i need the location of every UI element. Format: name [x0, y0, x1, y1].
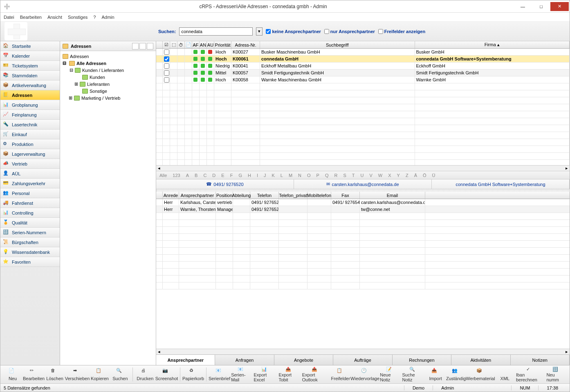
- tb-exportexcel[interactable]: 📊Export Excel: [253, 366, 277, 383]
- grid-header-cell[interactable]: Suchbegriff: [260, 41, 415, 48]
- grid-header-cell[interactable]: ☑: [163, 41, 170, 48]
- alpha-U[interactable]: U: [361, 173, 364, 178]
- nav-artikelverwaltung[interactable]: 📦Artikelverwaltung: [0, 81, 60, 90]
- alpha-X[interactable]: X: [388, 173, 391, 178]
- tb-screenshot[interactable]: 📷Screenshot: [156, 366, 177, 383]
- nav-al[interactable]: 👤AÜL: [0, 169, 60, 179]
- nav-grobplanung[interactable]: 📊Grobplanung: [0, 100, 60, 110]
- alpha-Alle[interactable]: Alle: [159, 173, 167, 178]
- contacts-header-cell[interactable]: Telefon_privat: [279, 192, 307, 199]
- contacts-header-cell[interactable]: Abteilung: [233, 192, 250, 199]
- tb-zustndig[interactable]: 👥Zuständig: [446, 366, 466, 383]
- alpha-H[interactable]: H: [248, 173, 251, 178]
- alpha-Q[interactable]: Q: [325, 173, 329, 178]
- tab-aktivitäten[interactable]: Aktivitäten: [451, 355, 510, 365]
- menu-ansicht[interactable]: Ansicht: [47, 15, 62, 20]
- tb-verschieben[interactable]: ➡Verschieben: [65, 366, 89, 383]
- tb-xml[interactable]: XML: [495, 366, 515, 383]
- nav-qualitt[interactable]: 🏅Qualität: [0, 218, 60, 228]
- tree-tool-1[interactable]: [132, 43, 139, 49]
- tree-tool-3[interactable]: [147, 43, 153, 49]
- info-email[interactable]: ✉carsten.karlshaus@connedata.de: [294, 179, 432, 189]
- tb-lschen[interactable]: 🗑Löschen: [45, 366, 65, 383]
- alpha-Y[interactable]: Y: [397, 173, 400, 178]
- tb-wiedervorlage[interactable]: 🕐Wiedervorlage: [351, 366, 379, 383]
- menu-help[interactable]: ?: [93, 15, 96, 20]
- minimize-button[interactable]: —: [514, 2, 532, 11]
- tb-suchenotiz[interactable]: 🔍Suche Notiz: [402, 366, 425, 383]
- nav-lasertechnik[interactable]: 🔦Lasertechnik: [0, 120, 60, 130]
- contacts-header-cell[interactable]: Mobiltelefon: [307, 192, 331, 199]
- alpha-V[interactable]: V: [370, 173, 373, 178]
- alpha-A[interactable]: A: [186, 173, 189, 178]
- tab-ansprechpartner[interactable]: Ansprechpartner: [156, 355, 215, 365]
- alpha-B[interactable]: B: [195, 173, 197, 178]
- tree-kunden[interactable]: Kunden: [63, 74, 153, 81]
- grid-header-cell[interactable]: AU: [207, 41, 214, 48]
- tb-freifelder[interactable]: 📋Freifelder: [331, 366, 350, 383]
- alpha-D[interactable]: D: [212, 173, 215, 178]
- alpha-G[interactable]: G: [238, 173, 242, 178]
- alpha-123[interactable]: 123: [173, 173, 180, 178]
- alpha-P[interactable]: P: [316, 173, 319, 178]
- tab-angebote[interactable]: Angebote: [274, 355, 333, 365]
- tb-serienbrief[interactable]: 📧Serienbrief: [209, 366, 230, 383]
- alpha-O[interactable]: O: [307, 173, 311, 178]
- tb-exporttobit[interactable]: 📤Export Tobit: [278, 366, 301, 383]
- alpha-J[interactable]: J: [264, 173, 266, 178]
- alpha-C[interactable]: C: [203, 173, 206, 178]
- contact-row[interactable]: HerrKarlshaus, Carstenvertrieb0491/ 9276…: [156, 199, 570, 206]
- tree-root[interactable]: Adressen: [63, 53, 153, 60]
- tb-neuenotiz[interactable]: 📝Neue Notiz: [379, 366, 401, 383]
- grid-header-cell[interactable]: Adress-Nr.: [231, 41, 260, 48]
- contact-row[interactable]: HerrWarnke, ThorstenManager0491/ 9276520…: [156, 206, 570, 213]
- nav-wissensdatenbank[interactable]: 💡Wissensdatenbank: [0, 247, 60, 257]
- nav-fahrdienst[interactable]: 🚚Fahrdienst: [0, 198, 60, 208]
- contacts-header-cell[interactable]: Email: [360, 192, 425, 199]
- alpha-I[interactable]: I: [257, 173, 258, 178]
- contacts-hscroll[interactable]: ◂▸: [156, 349, 570, 354]
- contacts-header-cell[interactable]: Position: [216, 192, 233, 199]
- tree-marketing[interactable]: ⊞ Marketing / Vertrieb: [63, 94, 153, 101]
- search-input[interactable]: [179, 27, 253, 36]
- chk-nur-ansprechpartner[interactable]: nur Ansprechpartner: [324, 29, 375, 34]
- tree-lieferanten[interactable]: ⊞ Lieferanten: [63, 81, 153, 87]
- nav-favoriten[interactable]: ⭐Favoriten: [0, 257, 60, 267]
- alpha-E[interactable]: E: [221, 173, 224, 178]
- menu-admin[interactable]: Admin: [101, 15, 114, 20]
- nav-stammdaten[interactable]: 📚Stammdaten: [0, 71, 60, 81]
- tb-serienmail[interactable]: 📧Serien-Mail: [231, 366, 252, 383]
- nav-kalender[interactable]: 📅Kalender: [0, 51, 60, 61]
- alpha-K[interactable]: K: [272, 173, 274, 178]
- search-dropdown-button[interactable]: ▾: [256, 27, 263, 36]
- grid-header-cell[interactable]: AN: [200, 41, 207, 48]
- chk-keine-ansprechpartner[interactable]: keine Ansprechpartner: [266, 29, 321, 34]
- tb-suchen[interactable]: 🔍Suchen: [110, 366, 130, 383]
- alpha-N[interactable]: N: [298, 173, 301, 178]
- maximize-button[interactable]: □: [532, 2, 550, 11]
- grid-header-cell[interactable]: Priorität: [214, 41, 231, 48]
- tree-alle-adressen[interactable]: ⊟Alle Adressen: [63, 60, 153, 67]
- address-row[interactable]: HochK00027Busker Maschinenbau GmbHBusker…: [156, 49, 570, 56]
- alpha-M[interactable]: M: [289, 173, 292, 178]
- tb-werbematerial[interactable]: 📦Werbematerial: [467, 366, 494, 383]
- nav-adressen[interactable]: 📒Adressen: [0, 90, 60, 100]
- alpha-S[interactable]: S: [343, 173, 346, 178]
- grid-header-cell[interactable]: ⬚: [170, 41, 177, 48]
- alpha-Z[interactable]: Z: [406, 173, 408, 178]
- tab-notizen[interactable]: Notizen: [511, 355, 570, 365]
- nav-brgschaften[interactable]: 📜Bürgschaften: [0, 237, 60, 247]
- nav-personal[interactable]: 👥Personal: [0, 188, 60, 198]
- grid-header-cell[interactable]: [156, 41, 163, 48]
- nav-vertrieb[interactable]: 📣Vertrieb: [0, 159, 60, 169]
- alpha-R[interactable]: R: [334, 173, 338, 178]
- nav-lagerverwaltung[interactable]: 📦Lagerverwaltung: [0, 149, 60, 159]
- grid-header-cell[interactable]: ⏱: [177, 41, 185, 48]
- nav-einkauf[interactable]: 🛒Einkauf: [0, 130, 60, 139]
- tree-kunden-lieferanten[interactable]: ⊟ Kunden / Lieferanten: [63, 67, 153, 74]
- alpha-L[interactable]: L: [281, 173, 283, 178]
- alpha-T[interactable]: T: [352, 173, 355, 178]
- nav-controlling[interactable]: 📊Controlling: [0, 208, 60, 218]
- nav-ticketsystem[interactable]: 🎫Ticketsystem: [0, 61, 60, 71]
- tb-exportoutlook[interactable]: 📤Export Outlook: [302, 366, 330, 383]
